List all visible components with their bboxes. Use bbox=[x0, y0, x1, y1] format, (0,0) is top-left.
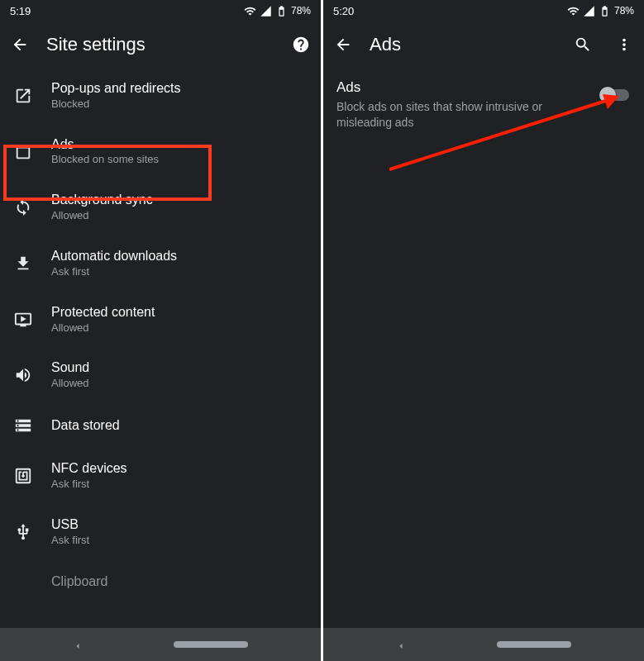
item-label: Data stored bbox=[51, 417, 120, 435]
status-time: 5:19 bbox=[10, 5, 31, 17]
page-title: Ads bbox=[370, 34, 556, 55]
ads-description: Block ads on sites that show intrusive o… bbox=[336, 99, 560, 131]
signal-icon bbox=[583, 5, 595, 17]
protected-icon bbox=[13, 310, 33, 330]
item-label: Background sync bbox=[51, 192, 153, 209]
sync-icon bbox=[13, 197, 33, 217]
title-bar: Ads bbox=[323, 21, 644, 68]
status-time: 5:20 bbox=[333, 5, 354, 17]
item-ads[interactable]: AdsBlocked on some sites bbox=[0, 124, 321, 180]
usb-icon bbox=[13, 522, 33, 542]
item-popups[interactable]: Pop-ups and redirectsBlocked bbox=[0, 68, 321, 124]
status-bar: 5:19 78% bbox=[0, 0, 321, 21]
item-sound[interactable]: SoundAllowed bbox=[0, 347, 321, 403]
item-sub: Ask first bbox=[51, 534, 89, 548]
item-label: Pop-ups and redirects bbox=[51, 80, 181, 97]
arrow-back-icon bbox=[334, 36, 352, 54]
item-label: Ads bbox=[51, 136, 159, 154]
item-sub: Allowed bbox=[51, 209, 153, 223]
item-sub: Allowed bbox=[51, 321, 155, 335]
item-label: USB bbox=[51, 516, 89, 534]
download-icon bbox=[13, 254, 33, 273]
title-bar: Site settings bbox=[0, 21, 321, 68]
status-icons: 78% bbox=[567, 5, 634, 17]
item-label: Sound bbox=[51, 359, 89, 377]
help-button[interactable] bbox=[291, 35, 311, 55]
site-settings-screen: 5:19 78% Site settings Pop-ups and redir… bbox=[0, 0, 321, 661]
ads-toggle[interactable] bbox=[601, 89, 629, 101]
more-vert-icon bbox=[615, 36, 633, 54]
status-bar: 5:20 78% bbox=[323, 0, 644, 21]
item-clipboard[interactable]: Clipboard bbox=[0, 560, 321, 605]
storage-icon bbox=[13, 416, 33, 435]
arrow-back-icon bbox=[11, 36, 29, 54]
back-button[interactable] bbox=[10, 35, 30, 55]
status-icons: 78% bbox=[244, 5, 311, 17]
battery-icon bbox=[599, 5, 611, 17]
back-button[interactable] bbox=[333, 35, 353, 55]
signal-icon bbox=[260, 5, 272, 17]
item-usb[interactable]: USBAsk first bbox=[0, 504, 321, 560]
nfc-icon bbox=[13, 466, 33, 486]
popup-icon bbox=[13, 86, 33, 106]
sound-icon bbox=[13, 365, 33, 385]
ads-screen: 5:20 78% Ads Ads Block ads on sites that… bbox=[323, 0, 644, 661]
settings-list: Pop-ups and redirectsBlocked AdsBlocked … bbox=[0, 68, 321, 628]
clipboard-icon bbox=[13, 573, 33, 592]
item-sub: Blocked on some sites bbox=[51, 153, 159, 167]
ads-content: Ads Block ads on sites that show intrusi… bbox=[323, 68, 644, 142]
nav-back-button[interactable] bbox=[73, 640, 83, 649]
ads-icon bbox=[13, 142, 33, 162]
search-button[interactable] bbox=[573, 35, 593, 55]
wifi-icon bbox=[244, 5, 256, 17]
item-label: NFC devices bbox=[51, 460, 127, 478]
ads-heading: Ads bbox=[336, 79, 631, 96]
item-nfc[interactable]: NFC devicesAsk first bbox=[0, 448, 321, 504]
item-label: Protected content bbox=[51, 304, 155, 321]
page-title: Site settings bbox=[46, 34, 274, 55]
item-sub: Ask first bbox=[51, 478, 127, 492]
nav-back-button[interactable] bbox=[396, 640, 406, 649]
battery-percent: 78% bbox=[291, 5, 311, 17]
battery-icon bbox=[275, 5, 288, 17]
item-background-sync[interactable]: Background syncAllowed bbox=[0, 179, 321, 235]
item-protected-content[interactable]: Protected contentAllowed bbox=[0, 292, 321, 348]
item-auto-downloads[interactable]: Automatic downloadsAsk first bbox=[0, 235, 321, 292]
item-label: Automatic downloads bbox=[51, 248, 177, 265]
toggle-knob bbox=[599, 87, 616, 103]
item-sub: Ask first bbox=[51, 265, 177, 279]
nav-bar bbox=[0, 628, 321, 661]
wifi-icon bbox=[567, 5, 580, 17]
nav-home-pill[interactable] bbox=[497, 641, 571, 648]
help-icon bbox=[292, 36, 310, 54]
item-label: Clipboard bbox=[51, 573, 107, 591]
overflow-button[interactable] bbox=[614, 35, 634, 55]
item-sub: Blocked bbox=[51, 97, 181, 112]
nav-home-pill[interactable] bbox=[174, 641, 248, 648]
item-sub: Allowed bbox=[51, 377, 89, 391]
battery-percent: 78% bbox=[614, 5, 634, 17]
nav-bar bbox=[323, 628, 644, 661]
item-data-stored[interactable]: Data stored bbox=[0, 403, 321, 448]
search-icon bbox=[574, 36, 592, 54]
